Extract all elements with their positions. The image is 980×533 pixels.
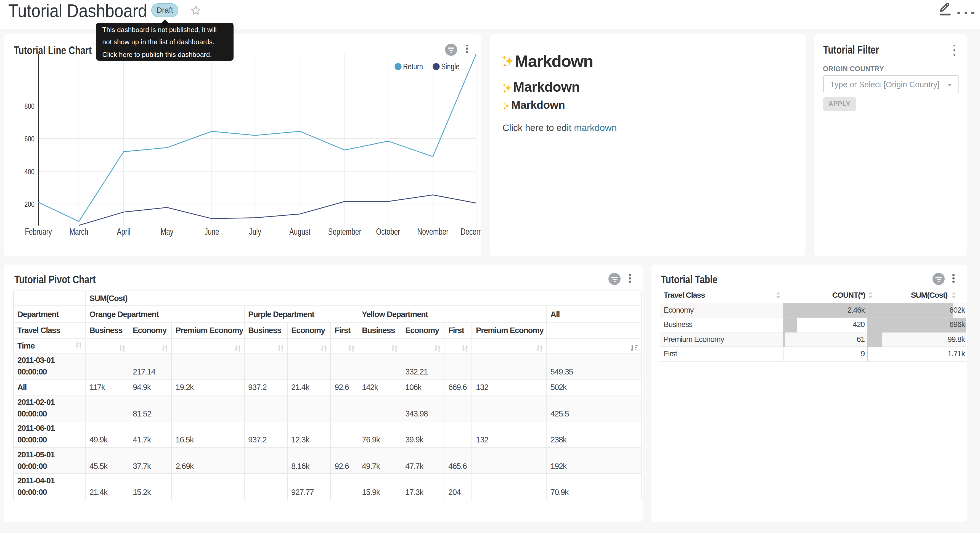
svg-text:800: 800 bbox=[25, 102, 35, 110]
svg-text:October: October bbox=[376, 226, 400, 236]
svg-text:March: March bbox=[70, 226, 88, 236]
svg-text:December: December bbox=[461, 226, 481, 236]
svg-text:April: April bbox=[117, 226, 130, 236]
svg-text:June: June bbox=[205, 226, 219, 236]
svg-text:Return: Return bbox=[403, 61, 423, 71]
svg-text:May: May bbox=[161, 226, 173, 236]
svg-text:August: August bbox=[289, 226, 310, 236]
svg-text:600: 600 bbox=[25, 134, 35, 143]
svg-text:400: 400 bbox=[25, 167, 35, 176]
svg-text:September: September bbox=[328, 226, 361, 236]
svg-text:Single: Single bbox=[441, 61, 460, 71]
svg-text:200: 200 bbox=[25, 199, 35, 208]
svg-text:November: November bbox=[417, 226, 449, 236]
svg-text:July: July bbox=[249, 226, 261, 236]
svg-text:February: February bbox=[25, 226, 52, 236]
